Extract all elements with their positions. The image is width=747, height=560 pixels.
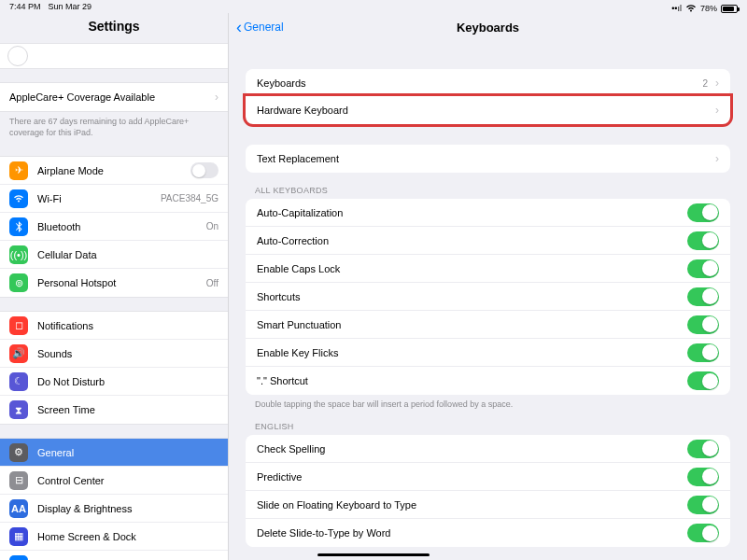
sidebar-title: Settings	[0, 13, 228, 43]
cellular-icon: ((•))	[9, 245, 28, 264]
setting-label: "." Shortcut	[257, 375, 687, 386]
hardware-keyboard-row[interactable]: Hardware Keyboard ›	[246, 96, 730, 124]
chevron-left-icon: ‹	[236, 18, 242, 37]
airplane-icon: ✈	[9, 161, 28, 180]
setting-label: Check Spelling	[257, 443, 687, 455]
back-button[interactable]: ‹ General	[229, 18, 284, 37]
all-keyboards-header: ALL KEYBOARDS	[255, 186, 721, 195]
sidebar-item-sounds[interactable]: 🔊 Sounds	[0, 340, 228, 368]
signal-icon: ••ıl	[671, 4, 682, 13]
setting-label: Smart Punctuation	[257, 319, 687, 330]
text-replacement-row[interactable]: Text Replacement ›	[246, 145, 730, 173]
setting-label: Predictive	[257, 471, 687, 483]
hourglass-icon: ⧗	[9, 400, 28, 419]
grid-icon: ▦	[9, 527, 28, 546]
page-title: Keyboards	[229, 21, 747, 35]
sidebar-item-airplane[interactable]: ✈ Airplane Mode	[0, 157, 228, 185]
setting-row[interactable]: Auto-Capitalization	[246, 199, 730, 227]
sidebar: Settings AppleCare+ Coverage Available ›…	[0, 13, 229, 560]
status-time: 7:44 PM	[9, 2, 41, 15]
sidebar-item-dnd[interactable]: ☾ Do Not Disturb	[0, 368, 228, 396]
notifications-icon: ◻	[9, 316, 28, 335]
setting-label: Auto-Capitalization	[257, 207, 687, 218]
sidebar-item-display[interactable]: AA Display & Brightness	[0, 495, 228, 523]
sidebar-item-wifi[interactable]: Wi-Fi PACE384_5G	[0, 185, 228, 213]
setting-row[interactable]: Delete Slide-to-Type by Word	[246, 519, 730, 547]
toggle[interactable]	[687, 496, 719, 514]
sidebar-item-cellular[interactable]: ((•)) Cellular Data	[0, 241, 228, 269]
setting-row[interactable]: Check Spelling	[246, 435, 730, 463]
setting-row[interactable]: "." Shortcut	[246, 367, 730, 395]
toggle[interactable]	[687, 259, 719, 278]
setting-row[interactable]: Smart Punctuation	[246, 311, 730, 339]
sidebar-item-hotspot[interactable]: ⊚ Personal Hotspot Off	[0, 269, 228, 297]
battery-icon	[721, 5, 738, 13]
switches-icon: ⊟	[9, 471, 28, 490]
sidebar-item-homescreen[interactable]: ▦ Home Screen & Dock	[0, 523, 228, 551]
toggle[interactable]	[687, 231, 719, 250]
all-keyboards-footer: Double tapping the space bar will insert…	[255, 399, 721, 409]
battery-pct: 78%	[700, 4, 717, 13]
chevron-right-icon: ›	[715, 104, 719, 117]
sidebar-item-controlcenter[interactable]: ⊟ Control Center	[0, 467, 228, 495]
moon-icon: ☾	[9, 372, 28, 391]
chevron-right-icon: ›	[715, 77, 719, 90]
english-header: ENGLISH	[255, 422, 721, 431]
status-date: Sun Mar 29	[49, 2, 92, 15]
keyboards-row[interactable]: Keyboards 2 ›	[246, 69, 730, 97]
setting-row[interactable]: Enable Caps Lock	[246, 255, 730, 283]
toggle[interactable]	[687, 524, 719, 542]
toggle[interactable]	[687, 440, 719, 458]
sidebar-item-general[interactable]: ⚙ General	[0, 439, 228, 467]
setting-label: Slide on Floating Keyboard to Type	[257, 499, 687, 511]
setting-row[interactable]: Auto-Correction	[246, 227, 730, 255]
sidebar-item-accessibility[interactable]: ☉ Accessibility	[0, 551, 228, 560]
sidebar-item-notifications[interactable]: ◻ Notifications	[0, 312, 228, 340]
status-bar: 7:44 PM Sun Mar 29 ••ıl 78%	[0, 0, 747, 15]
brightness-icon: AA	[9, 499, 28, 518]
chevron-right-icon: ›	[715, 152, 719, 165]
applecare-row[interactable]: AppleCare+ Coverage Available ›	[0, 83, 228, 111]
setting-label: Auto-Correction	[257, 235, 687, 246]
toggle[interactable]	[687, 371, 719, 390]
accessibility-icon: ☉	[9, 555, 28, 560]
setting-row[interactable]: Slide on Floating Keyboard to Type	[246, 491, 730, 519]
hotspot-icon: ⊚	[9, 273, 28, 292]
sounds-icon: 🔊	[9, 344, 28, 363]
main-panel: ‹ General Keyboards Keyboards 2 › Hardwa…	[229, 13, 747, 560]
sidebar-item-bluetooth[interactable]: Bluetooth On	[0, 213, 228, 241]
setting-label: Enable Key Flicks	[257, 347, 687, 358]
gear-icon: ⚙	[9, 443, 28, 462]
profile-peek[interactable]	[0, 43, 228, 69]
setting-row[interactable]: Shortcuts	[246, 283, 730, 311]
applecare-footer: There are 67 days remaining to add Apple…	[0, 112, 228, 143]
setting-row[interactable]: Enable Key Flicks	[246, 339, 730, 367]
setting-label: Delete Slide-to-Type by Word	[257, 527, 687, 539]
toggle[interactable]	[687, 343, 719, 362]
home-indicator[interactable]	[317, 553, 430, 556]
setting-label: Enable Caps Lock	[257, 263, 687, 274]
setting-label: Shortcuts	[257, 291, 687, 302]
airplane-toggle[interactable]	[190, 162, 218, 178]
chevron-right-icon: ›	[215, 91, 218, 104]
bluetooth-icon	[9, 217, 28, 236]
wifi-icon	[685, 4, 697, 14]
toggle[interactable]	[687, 203, 719, 222]
wifi-icon	[9, 189, 28, 208]
toggle[interactable]	[687, 315, 719, 334]
toggle[interactable]	[687, 287, 719, 306]
toggle[interactable]	[687, 468, 719, 486]
setting-row[interactable]: Predictive	[246, 463, 730, 491]
sidebar-item-screentime[interactable]: ⧗ Screen Time	[0, 396, 228, 424]
applecare-label: AppleCare+ Coverage Available	[9, 91, 209, 103]
